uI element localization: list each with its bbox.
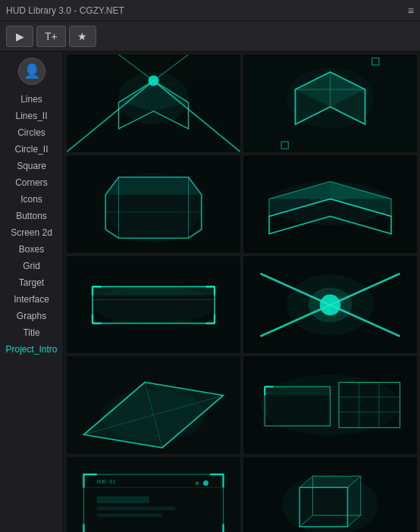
sidebar-item-circle-ii[interactable]: Circle_II	[0, 141, 63, 158]
play-button[interactable]: ▶	[6, 26, 33, 47]
thumbnail-4[interactable]	[243, 155, 417, 253]
svg-rect-71	[67, 457, 240, 532]
thumbnail-grid: HUD-01	[67, 55, 417, 532]
text-button[interactable]: T+	[36, 26, 66, 47]
main-layout: 👤 LinesLines_IICirclesCircle_IISquareCor…	[0, 52, 420, 532]
thumbnail-7[interactable]	[67, 356, 240, 454]
sidebar-item-project-intro[interactable]: Project_Intro	[0, 341, 63, 358]
svg-text:HUD-01: HUD-01	[97, 479, 116, 485]
svg-rect-76	[97, 507, 176, 511]
thumbnail-9[interactable]: HUD-01	[67, 457, 240, 532]
thumbnail-1[interactable]	[67, 55, 240, 152]
app-header: HUD Library 3.0 - CGZY.NET ≡	[0, 0, 420, 21]
sidebar-item-interface[interactable]: Interface	[0, 291, 63, 308]
svg-point-70	[260, 375, 400, 437]
sidebar-item-circles[interactable]: Circles	[0, 124, 63, 141]
thumbnail-2[interactable]	[243, 55, 417, 152]
sidebar-item-target[interactable]: Target	[0, 274, 63, 291]
avatar: 👤	[18, 58, 45, 85]
thumbnail-8[interactable]	[243, 356, 417, 454]
svg-point-16	[287, 67, 374, 129]
svg-rect-75	[97, 496, 149, 503]
sidebar-item-icons[interactable]: Icons	[0, 191, 63, 208]
thumbnail-6[interactable]	[243, 256, 417, 354]
sidebar-item-screen-2d[interactable]: Screen 2d	[0, 224, 63, 241]
menu-icon[interactable]: ≡	[408, 5, 414, 17]
content-area: HUD-01	[64, 52, 420, 532]
sidebar-item-corners[interactable]: Corners	[0, 174, 63, 191]
star-button[interactable]: ★	[69, 26, 96, 47]
sidebar-item-lines-ii[interactable]: Lines_II	[0, 108, 63, 124]
sidebar-item-graphs[interactable]: Graphs	[0, 308, 63, 324]
sidebar-item-lines[interactable]: Lines	[0, 91, 63, 108]
svg-point-32	[269, 181, 391, 225]
svg-point-79	[196, 481, 199, 485]
header-title: HUD Library 3.0 - CGZY.NET	[6, 5, 402, 16]
sidebar-item-title[interactable]: Title	[0, 324, 63, 341]
thumbnail-5[interactable]	[67, 256, 240, 354]
svg-point-78	[203, 480, 208, 486]
toolbar: ▶ T+ ★	[0, 21, 420, 52]
sidebar-item-buttons[interactable]: Buttons	[0, 208, 63, 224]
svg-point-8	[118, 72, 188, 124]
thumbnail-10[interactable]	[243, 457, 417, 532]
svg-rect-77	[97, 514, 162, 518]
sidebar-item-grid[interactable]: Grid	[0, 258, 63, 274]
sidebar-item-boxes[interactable]: Boxes	[0, 241, 63, 258]
svg-point-59	[101, 390, 205, 442]
svg-point-25	[105, 173, 202, 243]
svg-point-45	[92, 286, 215, 324]
thumbnail-3[interactable]	[67, 155, 240, 253]
sidebar-item-square[interactable]: Square	[0, 158, 63, 174]
sidebar: 👤 LinesLines_IICirclesCircle_IISquareCor…	[0, 52, 64, 532]
